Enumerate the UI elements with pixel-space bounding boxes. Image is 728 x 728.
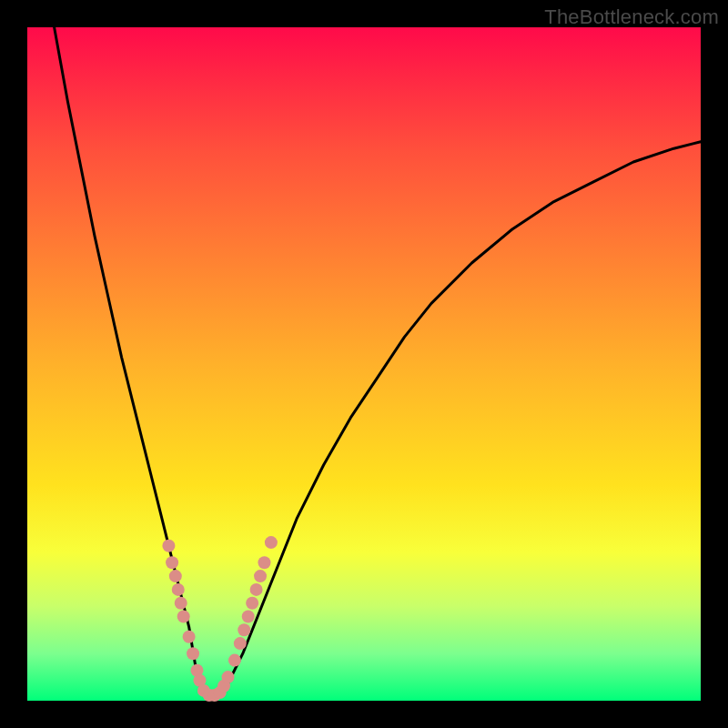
chart-svg	[27, 27, 701, 701]
marker-dot	[250, 583, 263, 596]
curve-group	[55, 27, 701, 697]
marker-group	[162, 536, 277, 702]
marker-dot	[183, 631, 196, 643]
marker-dot	[242, 611, 255, 623]
marker-dot	[169, 570, 182, 582]
marker-dot	[254, 570, 267, 582]
marker-dot	[175, 597, 187, 610]
marker-dot	[234, 637, 247, 650]
marker-dot	[162, 540, 175, 552]
marker-dot	[238, 623, 250, 636]
marker-dot	[166, 556, 178, 569]
bottleneck-curve	[55, 27, 701, 697]
plot-area	[27, 27, 701, 701]
marker-dot	[177, 611, 190, 623]
marker-dot	[228, 654, 241, 667]
marker-dot	[246, 597, 258, 610]
watermark-text: TheBottleneck.com	[544, 5, 719, 29]
chart-frame: TheBottleneck.com	[0, 0, 728, 728]
marker-dot	[222, 671, 235, 683]
marker-dot	[172, 583, 185, 596]
marker-dot	[265, 536, 278, 549]
marker-dot	[187, 647, 199, 660]
marker-dot	[258, 556, 270, 569]
